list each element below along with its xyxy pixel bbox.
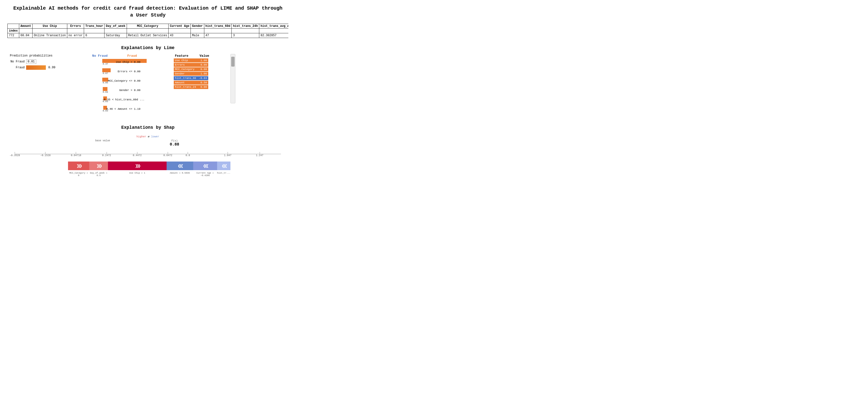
base-value-label: base value	[95, 139, 110, 142]
table-cell: Retail Outlet Services	[127, 33, 168, 38]
shap-tick	[259, 152, 260, 154]
feature-value-table: Feature Value Use Chip1.00Errors0.00MCC_…	[174, 54, 223, 89]
lime-container: Prediction probabilities No Fraud 0.01 F…	[7, 54, 288, 115]
fv-value-header: Value	[199, 54, 209, 58]
fraud-prob-row: Fraud 0.99	[10, 65, 56, 70]
lime-chart-header: No Fraud Fraud	[63, 54, 166, 58]
fraud-chart-label: Fraud	[127, 54, 137, 58]
lime-section-title: Explanations by Lime	[7, 46, 288, 50]
shap-segments-row: ❯❯❯❯❯❯❯❯❯❮❮❮❮❮❮❮❮❮	[15, 160, 281, 171]
higher-lower-label: higher ⇄ lower	[10, 135, 286, 138]
fv-rows: Use Chip1.00Errors0.00MCC_Category0.00Ge…	[174, 58, 223, 89]
table-header: hist_trans_avg_amt_60d	[259, 24, 288, 29]
chevron-left-icon: ❮❮❮	[222, 163, 226, 169]
fv-feature-cell: Amount	[174, 81, 196, 85]
shap-tick-label: 0.2472	[102, 154, 111, 157]
fv-row: Gender1.00	[174, 72, 223, 76]
table-cell: 3	[232, 33, 259, 38]
table-subheader	[168, 29, 191, 33]
table-header: Gender	[191, 24, 204, 29]
shap-tick-label: 0.8	[186, 154, 190, 157]
table-header: Current Age	[168, 24, 191, 29]
fv-header: Feature Value	[174, 54, 223, 58]
fraud-label: Fraud	[10, 66, 25, 69]
fx-value: 0.88	[170, 142, 179, 147]
table-cell: Male	[191, 33, 204, 38]
bar-row: 0.46 < Amount <= 1.190.03	[102, 106, 166, 112]
table-cell: Online Transaction	[33, 33, 67, 38]
table-cell: 47	[204, 33, 232, 38]
table-subheader	[84, 29, 104, 33]
bar-feature-label: Use Chip > 0.00	[102, 61, 141, 64]
bar-row: Errors <= 0.000.07	[102, 68, 166, 75]
shap-fx-container: f(x) 0.88 base value	[15, 139, 281, 147]
shap-tick-label: 0.6472	[163, 154, 172, 157]
shap-tick-label: -0.3528	[10, 154, 20, 157]
shap-tick	[168, 152, 168, 154]
shap-section-title: Explanations by Shap	[7, 125, 288, 130]
table-header: Errors	[67, 24, 84, 29]
fv-feature-cell: hist_trans_24h	[174, 85, 196, 89]
fv-value-cell: 1.00	[196, 58, 208, 62]
shap-tick	[15, 152, 15, 154]
fv-row: MCC_Category0.00	[174, 67, 223, 71]
shap-segment-label: Current Age = -0.4286	[193, 172, 217, 177]
table-subheader	[104, 29, 127, 33]
data-table-container: AmountUse ChipErrorsTrans_hourDay_of_wee…	[7, 24, 288, 38]
scrollbar[interactable]	[230, 54, 235, 103]
shap-axis	[15, 147, 281, 154]
scrollbar-thumb[interactable]	[231, 57, 235, 66]
fv-row: hist_trans_24h0.00	[174, 85, 223, 89]
table-header: MCC_Category	[127, 24, 168, 29]
table-cell: Saturday	[104, 33, 127, 38]
shap-tick	[76, 152, 76, 154]
fv-feature-cell: MCC_Category	[174, 67, 196, 71]
shap-tick	[228, 152, 228, 154]
no-fraud-prob-box: 0.01	[26, 59, 36, 64]
fv-row: Errors0.00	[174, 63, 223, 67]
chevron-right-icon: ❯❯❯	[76, 163, 81, 169]
table-cell: 82.302857	[259, 33, 288, 38]
bar-feature-label: MCC_Category <= 0.00	[102, 79, 141, 82]
chevron-left-icon: ❮❮❮	[178, 163, 182, 169]
prediction-probabilities: Prediction probabilities No Fraud 0.01 F…	[10, 54, 56, 71]
table-subheader	[259, 29, 288, 33]
no-fraud-chart-label: No Fraud	[92, 54, 107, 58]
bar-feature-label: -0.35 < hist_trans_60d ...	[102, 98, 141, 101]
fraud-prob-bar	[26, 65, 46, 70]
bar-chart-area: Use Chip > 0.000.37Errors <= 0.000.07MCC…	[63, 59, 166, 112]
table-header: Use Chip	[33, 24, 67, 29]
table-subheader	[19, 29, 33, 33]
table-subheader	[33, 29, 67, 33]
no-fraud-prob-row: No Fraud 0.01	[10, 59, 56, 64]
fv-feature-cell: Gender	[174, 72, 196, 76]
fraud-prob-value: 0.99	[48, 66, 56, 69]
table-cell: 43	[168, 33, 191, 38]
shap-tick	[188, 152, 188, 154]
table-header: hist_trans_24h	[232, 24, 259, 29]
table-header: hist_trans_60d	[204, 24, 232, 29]
bar-feature-label: 0.46 < Amount <= 1.19	[102, 108, 141, 111]
shap-segment-label: MCC_Category = 0	[68, 172, 89, 177]
shap-segment: ❮❮❮	[217, 162, 230, 170]
fv-feature-cell: hist_trans_60d	[174, 76, 196, 80]
fv-value-cell: 1.00	[196, 72, 208, 76]
chevron-right-icon: ❯❯❯	[135, 163, 140, 169]
shap-segment-label: hist_tr...	[217, 172, 230, 174]
table-cell: 60.04	[19, 33, 33, 38]
arrow-icon: ⇄	[148, 135, 151, 138]
lime-bar-chart: No Fraud Fraud Use Chip > 0.000.37Errors…	[63, 54, 166, 115]
table-subheader: index	[8, 29, 19, 33]
fv-row: Use Chip1.00	[174, 58, 223, 62]
bar-feature-label: Gender > 0.00	[102, 89, 141, 92]
prob-title: Prediction probabilities	[10, 54, 56, 57]
fv-value-cell: -0.04	[196, 76, 208, 80]
bar-row: -0.35 < hist_trans_60d ...0.03	[102, 96, 166, 103]
fv-feature-cell: Use Chip	[174, 58, 196, 62]
shap-segment: ❮❮❮	[193, 162, 217, 170]
table-header: Trans_hour	[84, 24, 104, 29]
shap-tick-label: 1.247	[256, 154, 264, 157]
fv-value-cell: 0.50	[196, 81, 208, 85]
data-table: AmountUse ChipErrorsTrans_hourDay_of_wee…	[7, 24, 288, 38]
fv-value-cell: 0.00	[196, 63, 208, 67]
